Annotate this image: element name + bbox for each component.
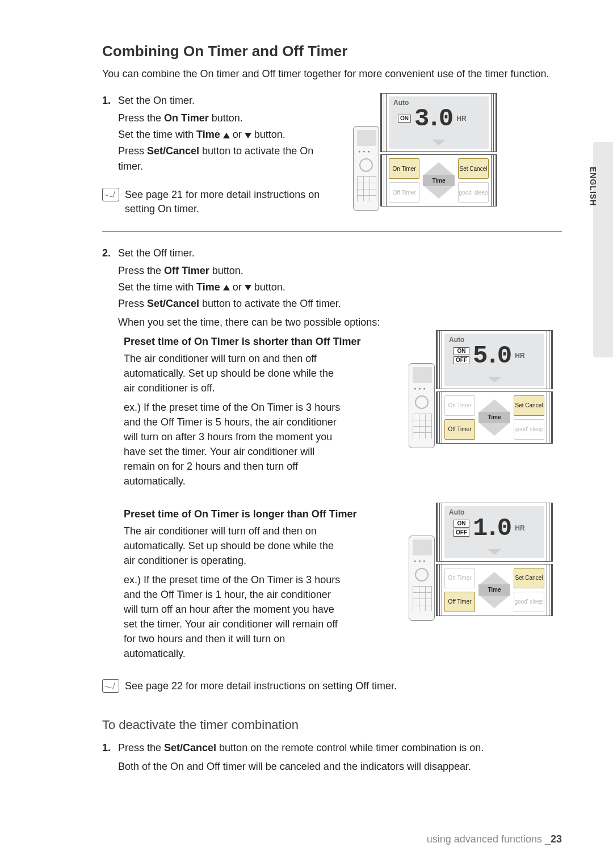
- remote-outline: ● ● ●: [353, 126, 379, 211]
- options-lead: When you set the time, there can be two …: [102, 315, 562, 330]
- triangle-down-icon: [245, 133, 251, 138]
- off-badge: OFF: [454, 356, 469, 364]
- auto-label: Auto: [449, 336, 464, 344]
- page-footer: using advanced functions _23: [427, 833, 562, 845]
- divider: [102, 231, 562, 232]
- triangle-up-icon: [223, 285, 230, 290]
- scenario-2-p2: ex.) If the preset time of the On Timer …: [102, 572, 341, 661]
- scenario-2-title: Preset time of On Timer is longer than O…: [102, 508, 397, 520]
- remote-outline: ● ● ●: [409, 536, 435, 621]
- off-timer-button: Off Timer: [389, 182, 419, 203]
- time-digits: 3.0: [414, 109, 451, 128]
- section-heading: Combining On Timer and Off Timer: [102, 43, 562, 60]
- set-cancel-button: Set Cancel: [514, 568, 544, 588]
- time-rocker: Time: [478, 395, 510, 440]
- time-digits: 1.0: [473, 519, 509, 538]
- diagram-2-panel: On Timer Time Set Cancel Off Timer good'…: [436, 391, 553, 444]
- deactivate-heading: To deactivate the timer combination: [102, 718, 562, 732]
- caret-down-icon: [488, 377, 501, 382]
- time-digits: 5.0: [473, 346, 509, 365]
- note-2: See page 22 for more detail instructions…: [102, 679, 562, 693]
- deactivate-step-1: 1. Press the Set/Cancel button on the re…: [102, 740, 562, 756]
- diagram-1-display: Auto ON 3.0 HR: [380, 93, 497, 152]
- step-2-body: Press the Off Timer button. Set the time…: [102, 263, 562, 311]
- step-2-title: Set the Off timer.: [118, 246, 562, 261]
- hr-label: HR: [515, 524, 524, 532]
- step-1: 1. Set the On timer.: [102, 93, 341, 108]
- diagram-1: ● ● ● Auto ON 3.0 HR: [353, 93, 506, 212]
- triangle-down-icon: [245, 285, 251, 290]
- hr-label: HR: [456, 115, 466, 123]
- side-language-tab: ENGLISH: [593, 142, 613, 357]
- step-1-number: 1.: [102, 93, 118, 108]
- time-rocker: Time: [423, 158, 455, 203]
- time-rocker: Time: [478, 568, 510, 612]
- on-badge: ON: [454, 347, 469, 355]
- good-sleep-button: good' sleep: [514, 592, 544, 612]
- diagram-3-display: Auto ON OFF 1.0 HR: [436, 503, 553, 562]
- note-icon: [102, 188, 119, 201]
- on-timer-button: On Timer: [444, 568, 475, 588]
- scenario-1-title: Preset time of On Timer is shorter than …: [102, 336, 397, 348]
- caret-down-icon: [488, 549, 501, 555]
- auto-label: Auto: [449, 508, 464, 516]
- set-cancel-button: Set Cancel: [514, 395, 544, 416]
- scenario-1-p2: ex.) If the preset time of the On Timer …: [102, 400, 341, 489]
- note-icon: [102, 679, 119, 693]
- off-timer-button: Off Timer: [444, 592, 475, 612]
- on-timer-button: On Timer: [389, 158, 419, 179]
- diagram-3: ● ● ● Auto ON OFF 1.0 HR: [409, 503, 562, 622]
- note-1-text: See page 21 for more detail instructions…: [125, 188, 341, 216]
- good-sleep-button: good' sleep: [514, 419, 544, 440]
- side-language-label: ENGLISH: [589, 167, 598, 206]
- step-2: 2. Set the Off timer.: [102, 246, 562, 261]
- off-timer-button: Off Timer: [444, 419, 475, 440]
- good-sleep-button: good' sleep: [458, 182, 489, 203]
- auto-label: Auto: [393, 99, 409, 107]
- diagram-2: ● ● ● Auto ON OFF 5.0 HR: [409, 330, 562, 449]
- on-badge: ON: [398, 115, 411, 123]
- note-1: See page 21 for more detail instructions…: [102, 188, 341, 216]
- set-cancel-button: Set Cancel: [458, 158, 489, 179]
- step-1-title: Set the On timer.: [118, 93, 341, 108]
- on-timer-button: On Timer: [444, 395, 475, 416]
- step-1-body: Press the On Timer button. Set the time …: [102, 111, 341, 174]
- diagram-2-display: Auto ON OFF 5.0 HR: [436, 330, 553, 389]
- note-2-text: See page 22 for more detail instructions…: [125, 679, 397, 693]
- off-badge: OFF: [454, 529, 469, 537]
- hr-label: HR: [515, 352, 524, 360]
- scenario-2-p1: The air conditioner will turn off and th…: [102, 524, 341, 568]
- step-2-number: 2.: [102, 246, 118, 261]
- scenario-1-p1: The air conditioner will turn on and the…: [102, 351, 341, 395]
- diagram-1-panel: On Timer Time Set Cancel Off Timer good'…: [380, 154, 497, 207]
- remote-outline: ● ● ●: [409, 363, 435, 448]
- on-badge: ON: [454, 520, 469, 528]
- caret-down-icon: [432, 140, 446, 145]
- triangle-up-icon: [223, 133, 230, 138]
- diagram-3-panel: On Timer Time Set Cancel Off Timer good'…: [436, 564, 553, 616]
- deactivate-result: Both of the On and Off timer will be can…: [102, 759, 562, 774]
- intro-text: You can combine the On timer and Off tim…: [102, 67, 562, 81]
